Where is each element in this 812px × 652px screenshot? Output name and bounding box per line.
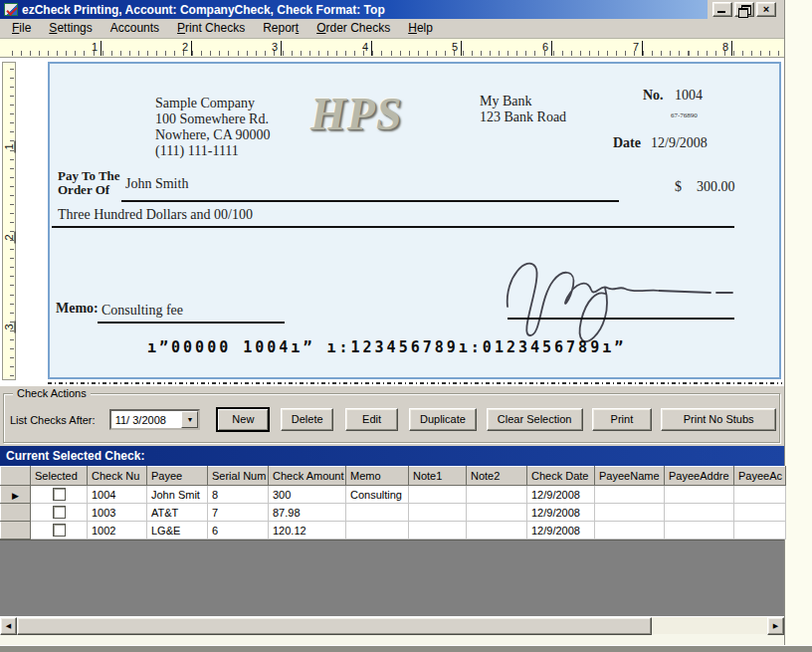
cell-payee-addre[interactable] bbox=[665, 522, 734, 540]
edit-button[interactable]: Edit bbox=[345, 408, 398, 431]
col-check-date[interactable]: Check Date bbox=[527, 467, 595, 486]
cell-payee-name[interactable] bbox=[595, 504, 665, 522]
cell-memo[interactable]: Consulting bbox=[346, 486, 409, 504]
close-button[interactable]: × bbox=[756, 2, 776, 17]
menu-report[interactable]: Report bbox=[254, 19, 307, 38]
title-bar-gradient: ezCheck Printing, Account: CompanyCheck,… bbox=[0, 0, 708, 19]
restore-button[interactable] bbox=[734, 2, 754, 17]
menu-settings[interactable]: Settings bbox=[40, 19, 101, 38]
row-selector-header bbox=[1, 467, 31, 486]
menu-order-checks[interactable]: Order Checks bbox=[307, 19, 399, 38]
cell-memo[interactable] bbox=[346, 504, 409, 522]
company-phone: (111) 111-1111 bbox=[155, 143, 271, 159]
selected-cell[interactable] bbox=[31, 486, 88, 504]
cell-payee-ac[interactable] bbox=[734, 486, 786, 504]
duplicate-button[interactable]: Duplicate bbox=[409, 408, 477, 431]
horizontal-scrollbar[interactable]: ◀ ▶ bbox=[0, 616, 784, 634]
cell-payee-addre[interactable] bbox=[665, 504, 734, 522]
row-selector[interactable]: ▶ bbox=[1, 486, 31, 504]
selected-cell[interactable] bbox=[31, 522, 88, 540]
ruler-mark: 2 bbox=[3, 232, 16, 244]
menu-bar: File Settings Accounts Print Checks Repo… bbox=[0, 19, 784, 38]
col-check-amount[interactable]: Check Amount bbox=[269, 467, 346, 486]
cell-payee-addre[interactable] bbox=[665, 486, 734, 504]
memo-text: Consulting fee bbox=[102, 303, 183, 319]
scroll-right-icon[interactable]: ▶ bbox=[767, 617, 784, 635]
print-no-stubs-button[interactable]: Print No Stubs bbox=[661, 408, 776, 431]
company-logo: HPS bbox=[310, 88, 402, 140]
cell-payee-name[interactable] bbox=[595, 486, 665, 504]
check-actions-label: Check Actions bbox=[13, 387, 91, 399]
new-button[interactable]: New bbox=[216, 407, 270, 432]
print-button[interactable]: Print bbox=[592, 408, 653, 431]
minimize-button[interactable] bbox=[712, 2, 732, 17]
cell-amount[interactable]: 87.98 bbox=[269, 504, 346, 522]
cell-check-date[interactable]: 12/9/2008 bbox=[527, 486, 595, 504]
col-payee[interactable]: Payee bbox=[147, 467, 208, 486]
checkbox[interactable] bbox=[53, 488, 66, 501]
check-number: 1004 bbox=[675, 88, 703, 104]
ruler-mark: 6 bbox=[532, 41, 552, 56]
cell-check-nu[interactable]: 1004 bbox=[88, 486, 147, 504]
check-actions-panel: Check Actions List Checks After: 11/ 3/2… bbox=[0, 386, 784, 446]
menu-accounts[interactable]: Accounts bbox=[102, 19, 168, 38]
cell-check-nu[interactable]: 1003 bbox=[88, 504, 147, 522]
col-selected[interactable]: Selected bbox=[31, 467, 88, 486]
horizontal-ruler: 1 2 3 4 5 6 7 8 bbox=[0, 38, 784, 58]
cell-payee-ac[interactable] bbox=[734, 504, 786, 522]
list-after-date-combobox[interactable]: 11/ 3/2008 ▼ bbox=[109, 409, 201, 430]
cell-serial[interactable]: 8 bbox=[208, 486, 269, 504]
selected-cell[interactable] bbox=[31, 504, 88, 522]
bank-block: My Bank 123 Bank Road bbox=[480, 94, 566, 125]
cell-payee-ac[interactable] bbox=[734, 522, 786, 540]
col-payee-addre[interactable]: PayeeAddre bbox=[665, 467, 734, 486]
bank-fraction: 67-76890 bbox=[671, 111, 698, 119]
cell-payee[interactable]: John Smit bbox=[147, 486, 208, 504]
col-memo[interactable]: Memo bbox=[346, 467, 409, 486]
row-selector[interactable] bbox=[1, 522, 31, 540]
col-check-nu[interactable]: Check Nu bbox=[88, 467, 147, 486]
cell-payee[interactable]: AT&T bbox=[147, 504, 208, 522]
ruler-mark: 7 bbox=[623, 41, 643, 56]
clear-selection-button[interactable]: Clear Selection bbox=[487, 408, 583, 431]
ruler-mark: 1 bbox=[3, 141, 16, 153]
menu-print-checks[interactable]: Print Checks bbox=[168, 19, 254, 38]
cell-check-nu[interactable]: 1002 bbox=[88, 522, 147, 540]
cell-amount[interactable]: 120.12 bbox=[269, 522, 346, 540]
cell-note2[interactable] bbox=[467, 522, 527, 540]
chevron-down-icon[interactable]: ▼ bbox=[181, 411, 198, 428]
menu-help[interactable]: Help bbox=[399, 19, 442, 38]
checkbox[interactable] bbox=[53, 524, 66, 537]
cell-amount[interactable]: 300 bbox=[269, 486, 346, 504]
grid-empty-area bbox=[0, 540, 784, 616]
cell-note1[interactable] bbox=[409, 522, 467, 540]
app-icon bbox=[4, 3, 18, 16]
cell-note2[interactable] bbox=[467, 486, 527, 504]
scroll-left-icon[interactable]: ◀ bbox=[0, 617, 17, 635]
payee-name: John Smith bbox=[125, 176, 188, 192]
col-serial-num[interactable]: Serial Num bbox=[208, 467, 269, 486]
row-selector[interactable] bbox=[1, 504, 31, 522]
scrollbar-thumb[interactable] bbox=[17, 617, 652, 635]
cell-check-date[interactable]: 12/9/2008 bbox=[527, 504, 595, 522]
ruler-mark: 4 bbox=[352, 41, 372, 56]
cell-note2[interactable] bbox=[467, 504, 527, 522]
cell-payee-name[interactable] bbox=[595, 522, 665, 540]
col-payee-ac[interactable]: PayeeAc bbox=[734, 467, 786, 486]
dollar-sign: $ bbox=[675, 179, 682, 195]
cell-memo[interactable] bbox=[346, 522, 409, 540]
menu-file[interactable]: File bbox=[3, 19, 40, 38]
cell-payee[interactable]: LG&E bbox=[147, 522, 208, 540]
cell-serial[interactable]: 7 bbox=[208, 504, 269, 522]
col-payee-name[interactable]: PayeeName bbox=[595, 467, 665, 486]
col-note1[interactable]: Note1 bbox=[409, 467, 467, 486]
cell-check-date[interactable]: 12/9/2008 bbox=[527, 522, 595, 540]
cell-note1[interactable] bbox=[409, 486, 467, 504]
cell-note1[interactable] bbox=[409, 504, 467, 522]
delete-button[interactable]: Delete bbox=[281, 408, 333, 431]
checks-table: Selected Check Nu Payee Serial Num Check… bbox=[0, 466, 786, 540]
cell-serial[interactable]: 6 bbox=[208, 522, 269, 540]
checkbox[interactable] bbox=[53, 506, 66, 519]
col-note2[interactable]: Note2 bbox=[467, 467, 527, 486]
amount-in-words: Three Hundred Dollars and 00/100 bbox=[58, 207, 253, 223]
